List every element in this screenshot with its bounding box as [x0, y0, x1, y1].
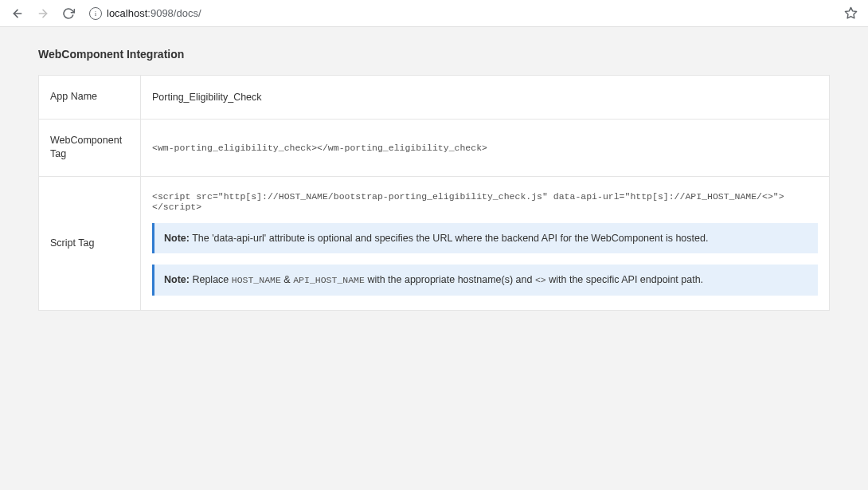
svg-marker-2: [845, 7, 856, 18]
row-value-app-name: Porting_Eligibility_Check: [141, 76, 829, 119]
note-text-amp: &: [281, 274, 293, 285]
note-label: Note:: [164, 274, 190, 285]
url-text: localhost:9098/docs/: [107, 7, 201, 19]
note-text-pre: Replace: [190, 274, 232, 285]
note-text-post: with the specific API endpoint path.: [546, 274, 703, 285]
row-label-app-name: App Name: [39, 76, 141, 119]
arrow-right-icon: [37, 7, 49, 20]
note-text: The 'data-api-url' attribute is optional…: [190, 233, 708, 244]
row-label-tag: WebComponent Tag: [39, 120, 141, 176]
page-content: WebComponent Integration App Name Portin…: [0, 27, 868, 331]
note-text-mid: with the appropriate hostname(s) and: [365, 274, 535, 285]
forward-button[interactable]: [33, 4, 53, 23]
url-path: :9098/docs/: [147, 7, 201, 19]
arrow-left-icon: [11, 7, 24, 20]
integration-table: App Name Porting_Eligibility_Check WebCo…: [38, 75, 830, 311]
note-box: Note: Replace HOST_NAME & API_HOST_NAME …: [152, 265, 818, 296]
reload-icon: [62, 7, 75, 20]
note-box: Note: The 'data-api-url' attribute is op…: [152, 223, 818, 254]
row-value-tag: <wm-porting_eligibility_check></wm-porti…: [141, 120, 829, 176]
note-code: <>: [535, 275, 546, 285]
table-row: WebComponent Tag <wm-porting_eligibility…: [39, 120, 829, 177]
note-label: Note:: [164, 233, 190, 244]
reload-button[interactable]: [59, 4, 78, 23]
bookmark-button[interactable]: [841, 4, 860, 23]
url-host: localhost: [107, 7, 147, 19]
app-name-value: Porting_Eligibility_Check: [152, 92, 818, 103]
row-label-script: Script Tag: [39, 177, 141, 311]
table-row: Script Tag <script src="http[s]://HOST_N…: [39, 177, 829, 311]
site-info-icon[interactable]: i: [89, 7, 102, 20]
address-bar[interactable]: i localhost:9098/docs/: [84, 7, 835, 20]
star-icon: [844, 6, 858, 20]
back-button[interactable]: [8, 4, 27, 23]
table-row: App Name Porting_Eligibility_Check: [39, 76, 829, 120]
note-code: API_HOST_NAME: [293, 275, 365, 285]
script-tag-code: <script src="http[s]://HOST_NAME/bootstr…: [152, 191, 818, 212]
note-code: HOST_NAME: [232, 275, 281, 285]
browser-toolbar: i localhost:9098/docs/: [0, 0, 868, 27]
row-value-script: <script src="http[s]://HOST_NAME/bootstr…: [141, 177, 829, 311]
page-title: WebComponent Integration: [38, 48, 830, 61]
webcomponent-tag-code: <wm-porting_eligibility_check></wm-porti…: [152, 143, 818, 153]
